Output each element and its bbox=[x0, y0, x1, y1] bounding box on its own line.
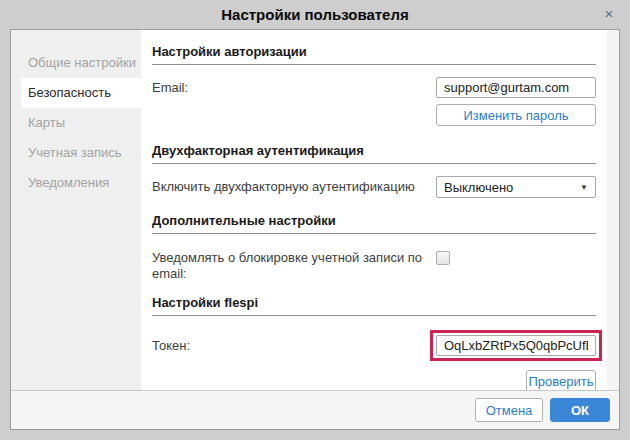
settings-sidebar: Общие настройки Безопасность Карты Учетн… bbox=[11, 30, 141, 390]
two-factor-row: Включить двухфакторную аутентификацию Вы… bbox=[152, 176, 596, 198]
verify-row: Проверить bbox=[152, 370, 596, 390]
two-factor-label: Включить двухфакторную аутентификацию bbox=[152, 176, 415, 195]
close-icon[interactable]: × bbox=[600, 5, 618, 23]
notify-row: Уведомлять о блокировке учетной записи п… bbox=[152, 247, 596, 282]
annotation-highlight bbox=[430, 330, 602, 361]
email-label: Email: bbox=[152, 77, 188, 96]
tab-security[interactable]: Безопасность bbox=[21, 78, 141, 108]
security-settings-panel: Настройки авторизации Email: Изменить па… bbox=[141, 30, 607, 390]
two-factor-select[interactable]: Выключено ▼ bbox=[436, 176, 596, 198]
email-input[interactable] bbox=[436, 77, 596, 98]
cancel-button[interactable]: Отмена bbox=[475, 398, 543, 422]
token-label: Токен: bbox=[152, 335, 190, 354]
scroll-gutter bbox=[607, 30, 619, 390]
section-auth-title: Настройки авторизации bbox=[152, 44, 596, 65]
tab-maps[interactable]: Карты bbox=[21, 108, 141, 138]
chevron-down-icon: ▼ bbox=[580, 183, 588, 192]
change-password-row: Изменить пароль bbox=[152, 104, 596, 126]
tab-account[interactable]: Учетная запись bbox=[21, 138, 141, 168]
token-row: Токен: bbox=[152, 335, 596, 361]
two-factor-selected-value: Выключено bbox=[444, 180, 513, 195]
notify-checkbox[interactable] bbox=[436, 251, 450, 265]
tab-notifications[interactable]: Уведомления bbox=[21, 168, 141, 198]
tab-general-settings[interactable]: Общие настройки bbox=[21, 48, 141, 78]
verify-token-button[interactable]: Проверить bbox=[526, 370, 596, 390]
email-row: Email: bbox=[152, 77, 596, 98]
dialog-title: Настройки пользователя bbox=[221, 6, 409, 23]
change-password-button[interactable]: Изменить пароль bbox=[436, 104, 596, 126]
ok-button[interactable]: ОК bbox=[550, 398, 610, 422]
section-additional-title: Дополнительные настройки bbox=[152, 213, 596, 234]
dialog-body: Общие настройки Безопасность Карты Учетн… bbox=[10, 29, 620, 430]
notify-label: Уведомлять о блокировке учетной записи п… bbox=[152, 247, 436, 282]
section-flespi-title: Настройки flespi bbox=[152, 295, 596, 316]
dialog-footer: Отмена ОК bbox=[11, 390, 619, 429]
token-input[interactable] bbox=[436, 335, 596, 356]
section-two-factor-title: Двухфакторная аутентификация bbox=[152, 143, 596, 164]
dialog-titlebar: Настройки пользователя × bbox=[0, 0, 630, 29]
